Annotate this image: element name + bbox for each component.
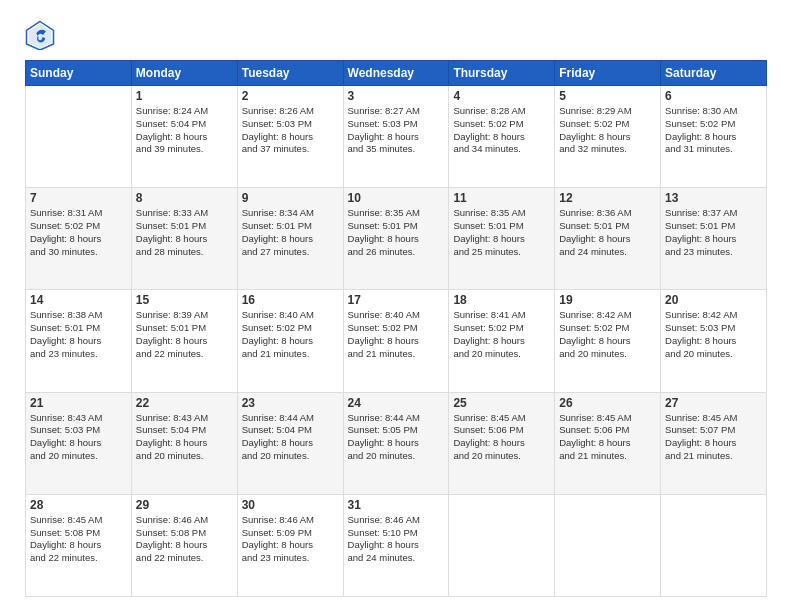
calendar-cell: 3Sunrise: 8:27 AMSunset: 5:03 PMDaylight… xyxy=(343,86,449,188)
day-number: 20 xyxy=(665,293,762,307)
calendar-cell: 29Sunrise: 8:46 AMSunset: 5:08 PMDayligh… xyxy=(131,494,237,596)
cell-details: Sunrise: 8:43 AMSunset: 5:03 PMDaylight:… xyxy=(30,412,127,463)
calendar-cell xyxy=(555,494,661,596)
cell-details: Sunrise: 8:28 AMSunset: 5:02 PMDaylight:… xyxy=(453,105,550,156)
calendar-row-1: 7Sunrise: 8:31 AMSunset: 5:02 PMDaylight… xyxy=(26,188,767,290)
calendar-row-2: 14Sunrise: 8:38 AMSunset: 5:01 PMDayligh… xyxy=(26,290,767,392)
cell-details: Sunrise: 8:36 AMSunset: 5:01 PMDaylight:… xyxy=(559,207,656,258)
day-number: 10 xyxy=(348,191,445,205)
calendar-cell xyxy=(26,86,132,188)
calendar-table: SundayMondayTuesdayWednesdayThursdayFrid… xyxy=(25,60,767,597)
col-header-monday: Monday xyxy=(131,61,237,86)
calendar-cell: 6Sunrise: 8:30 AMSunset: 5:02 PMDaylight… xyxy=(661,86,767,188)
day-number: 4 xyxy=(453,89,550,103)
day-number: 24 xyxy=(348,396,445,410)
col-header-tuesday: Tuesday xyxy=(237,61,343,86)
calendar-cell: 13Sunrise: 8:37 AMSunset: 5:01 PMDayligh… xyxy=(661,188,767,290)
cell-details: Sunrise: 8:42 AMSunset: 5:03 PMDaylight:… xyxy=(665,309,762,360)
day-number: 14 xyxy=(30,293,127,307)
calendar-cell xyxy=(661,494,767,596)
cell-details: Sunrise: 8:40 AMSunset: 5:02 PMDaylight:… xyxy=(242,309,339,360)
calendar-cell: 8Sunrise: 8:33 AMSunset: 5:01 PMDaylight… xyxy=(131,188,237,290)
cell-details: Sunrise: 8:30 AMSunset: 5:02 PMDaylight:… xyxy=(665,105,762,156)
calendar-cell: 21Sunrise: 8:43 AMSunset: 5:03 PMDayligh… xyxy=(26,392,132,494)
day-number: 28 xyxy=(30,498,127,512)
day-number: 6 xyxy=(665,89,762,103)
day-number: 25 xyxy=(453,396,550,410)
calendar-row-4: 28Sunrise: 8:45 AMSunset: 5:08 PMDayligh… xyxy=(26,494,767,596)
calendar-cell: 10Sunrise: 8:35 AMSunset: 5:01 PMDayligh… xyxy=(343,188,449,290)
cell-details: Sunrise: 8:45 AMSunset: 5:07 PMDaylight:… xyxy=(665,412,762,463)
day-number: 13 xyxy=(665,191,762,205)
calendar-cell: 26Sunrise: 8:45 AMSunset: 5:06 PMDayligh… xyxy=(555,392,661,494)
day-number: 27 xyxy=(665,396,762,410)
calendar-cell: 19Sunrise: 8:42 AMSunset: 5:02 PMDayligh… xyxy=(555,290,661,392)
calendar-cell: 31Sunrise: 8:46 AMSunset: 5:10 PMDayligh… xyxy=(343,494,449,596)
cell-details: Sunrise: 8:38 AMSunset: 5:01 PMDaylight:… xyxy=(30,309,127,360)
day-number: 16 xyxy=(242,293,339,307)
cell-details: Sunrise: 8:35 AMSunset: 5:01 PMDaylight:… xyxy=(348,207,445,258)
calendar-cell: 11Sunrise: 8:35 AMSunset: 5:01 PMDayligh… xyxy=(449,188,555,290)
calendar-cell: 18Sunrise: 8:41 AMSunset: 5:02 PMDayligh… xyxy=(449,290,555,392)
calendar-cell: 17Sunrise: 8:40 AMSunset: 5:02 PMDayligh… xyxy=(343,290,449,392)
day-number: 17 xyxy=(348,293,445,307)
calendar-cell: 23Sunrise: 8:44 AMSunset: 5:04 PMDayligh… xyxy=(237,392,343,494)
calendar-cell: 4Sunrise: 8:28 AMSunset: 5:02 PMDaylight… xyxy=(449,86,555,188)
calendar-cell: 22Sunrise: 8:43 AMSunset: 5:04 PMDayligh… xyxy=(131,392,237,494)
cell-details: Sunrise: 8:41 AMSunset: 5:02 PMDaylight:… xyxy=(453,309,550,360)
calendar-cell: 5Sunrise: 8:29 AMSunset: 5:02 PMDaylight… xyxy=(555,86,661,188)
calendar-cell: 2Sunrise: 8:26 AMSunset: 5:03 PMDaylight… xyxy=(237,86,343,188)
calendar-header-row: SundayMondayTuesdayWednesdayThursdayFrid… xyxy=(26,61,767,86)
day-number: 30 xyxy=(242,498,339,512)
col-header-thursday: Thursday xyxy=(449,61,555,86)
day-number: 23 xyxy=(242,396,339,410)
day-number: 9 xyxy=(242,191,339,205)
col-header-friday: Friday xyxy=(555,61,661,86)
day-number: 15 xyxy=(136,293,233,307)
cell-details: Sunrise: 8:31 AMSunset: 5:02 PMDaylight:… xyxy=(30,207,127,258)
cell-details: Sunrise: 8:27 AMSunset: 5:03 PMDaylight:… xyxy=(348,105,445,156)
cell-details: Sunrise: 8:29 AMSunset: 5:02 PMDaylight:… xyxy=(559,105,656,156)
day-number: 29 xyxy=(136,498,233,512)
cell-details: Sunrise: 8:45 AMSunset: 5:06 PMDaylight:… xyxy=(559,412,656,463)
day-number: 2 xyxy=(242,89,339,103)
cell-details: Sunrise: 8:43 AMSunset: 5:04 PMDaylight:… xyxy=(136,412,233,463)
cell-details: Sunrise: 8:40 AMSunset: 5:02 PMDaylight:… xyxy=(348,309,445,360)
cell-details: Sunrise: 8:26 AMSunset: 5:03 PMDaylight:… xyxy=(242,105,339,156)
cell-details: Sunrise: 8:34 AMSunset: 5:01 PMDaylight:… xyxy=(242,207,339,258)
cell-details: Sunrise: 8:39 AMSunset: 5:01 PMDaylight:… xyxy=(136,309,233,360)
col-header-wednesday: Wednesday xyxy=(343,61,449,86)
day-number: 19 xyxy=(559,293,656,307)
calendar-cell xyxy=(449,494,555,596)
day-number: 26 xyxy=(559,396,656,410)
day-number: 7 xyxy=(30,191,127,205)
cell-details: Sunrise: 8:42 AMSunset: 5:02 PMDaylight:… xyxy=(559,309,656,360)
calendar-cell: 14Sunrise: 8:38 AMSunset: 5:01 PMDayligh… xyxy=(26,290,132,392)
cell-details: Sunrise: 8:24 AMSunset: 5:04 PMDaylight:… xyxy=(136,105,233,156)
calendar-cell: 20Sunrise: 8:42 AMSunset: 5:03 PMDayligh… xyxy=(661,290,767,392)
calendar-cell: 30Sunrise: 8:46 AMSunset: 5:09 PMDayligh… xyxy=(237,494,343,596)
header xyxy=(25,20,767,50)
calendar-cell: 12Sunrise: 8:36 AMSunset: 5:01 PMDayligh… xyxy=(555,188,661,290)
cell-details: Sunrise: 8:33 AMSunset: 5:01 PMDaylight:… xyxy=(136,207,233,258)
calendar-cell: 24Sunrise: 8:44 AMSunset: 5:05 PMDayligh… xyxy=(343,392,449,494)
cell-details: Sunrise: 8:46 AMSunset: 5:09 PMDaylight:… xyxy=(242,514,339,565)
day-number: 12 xyxy=(559,191,656,205)
day-number: 11 xyxy=(453,191,550,205)
day-number: 5 xyxy=(559,89,656,103)
day-number: 21 xyxy=(30,396,127,410)
cell-details: Sunrise: 8:35 AMSunset: 5:01 PMDaylight:… xyxy=(453,207,550,258)
day-number: 1 xyxy=(136,89,233,103)
page: SundayMondayTuesdayWednesdayThursdayFrid… xyxy=(0,0,792,612)
calendar-cell: 15Sunrise: 8:39 AMSunset: 5:01 PMDayligh… xyxy=(131,290,237,392)
calendar-cell: 16Sunrise: 8:40 AMSunset: 5:02 PMDayligh… xyxy=(237,290,343,392)
calendar-cell: 25Sunrise: 8:45 AMSunset: 5:06 PMDayligh… xyxy=(449,392,555,494)
cell-details: Sunrise: 8:46 AMSunset: 5:08 PMDaylight:… xyxy=(136,514,233,565)
calendar-row-0: 1Sunrise: 8:24 AMSunset: 5:04 PMDaylight… xyxy=(26,86,767,188)
logo-icon xyxy=(25,20,55,50)
col-header-saturday: Saturday xyxy=(661,61,767,86)
calendar-cell: 27Sunrise: 8:45 AMSunset: 5:07 PMDayligh… xyxy=(661,392,767,494)
col-header-sunday: Sunday xyxy=(26,61,132,86)
calendar-cell: 1Sunrise: 8:24 AMSunset: 5:04 PMDaylight… xyxy=(131,86,237,188)
calendar-cell: 7Sunrise: 8:31 AMSunset: 5:02 PMDaylight… xyxy=(26,188,132,290)
